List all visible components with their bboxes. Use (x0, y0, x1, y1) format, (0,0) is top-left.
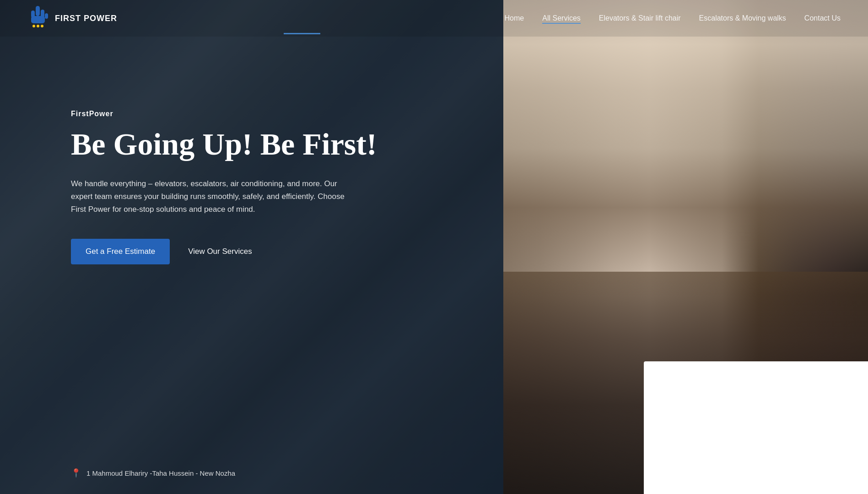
view-services-link[interactable]: View Our Services (188, 247, 252, 256)
nav-item-all-services[interactable]: All Services (542, 14, 581, 22)
hero-section: FIRST POWER Home All Services Elevators … (0, 0, 868, 494)
address-text: 1 Mahmoud Elhariry -Taha Hussein - New N… (86, 469, 235, 477)
nav-links: Home All Services Elevators & Stair lift… (505, 14, 841, 22)
hero-description: We handle everything – elevators, escala… (71, 177, 355, 216)
hero-title: Be Going Up! Be First! (71, 127, 377, 161)
svg-point-5 (37, 25, 39, 27)
nav-item-escalators[interactable]: Escalators & Moving walks (699, 14, 786, 22)
nav-item-home[interactable]: Home (505, 14, 524, 22)
hero-content: FirstPower Be Going Up! Be First! We han… (71, 110, 377, 264)
hero-buttons: Get a Free Estimate View Our Services (71, 239, 377, 264)
svg-point-7 (32, 25, 35, 27)
navbar: FIRST POWER Home All Services Elevators … (0, 0, 868, 37)
address-bar: 📍 1 Mahmoud Elhariry -Taha Hussein - New… (71, 468, 235, 478)
location-icon: 📍 (71, 468, 81, 478)
logo-text: FIRST POWER (55, 14, 117, 23)
nav-link-all-services[interactable]: All Services (542, 14, 581, 24)
get-estimate-button[interactable]: Get a Free Estimate (71, 239, 170, 264)
contact-card (644, 361, 868, 494)
nav-link-escalators[interactable]: Escalators & Moving walks (699, 14, 786, 22)
elevator-right-overlay (503, 0, 868, 296)
svg-rect-0 (36, 6, 40, 16)
nav-link-home[interactable]: Home (505, 14, 524, 22)
logo-area[interactable]: FIRST POWER (27, 5, 117, 32)
svg-point-6 (41, 25, 43, 27)
logo-icon (27, 5, 50, 32)
nav-link-contact[interactable]: Contact Us (804, 14, 841, 22)
svg-rect-4 (45, 13, 48, 19)
svg-rect-3 (31, 16, 45, 23)
nav-link-elevators[interactable]: Elevators & Stair lift chair (599, 14, 681, 22)
nav-item-contact[interactable]: Contact Us (804, 14, 841, 22)
hero-brand-label: FirstPower (71, 110, 377, 118)
nav-item-elevators[interactable]: Elevators & Stair lift chair (599, 14, 681, 22)
